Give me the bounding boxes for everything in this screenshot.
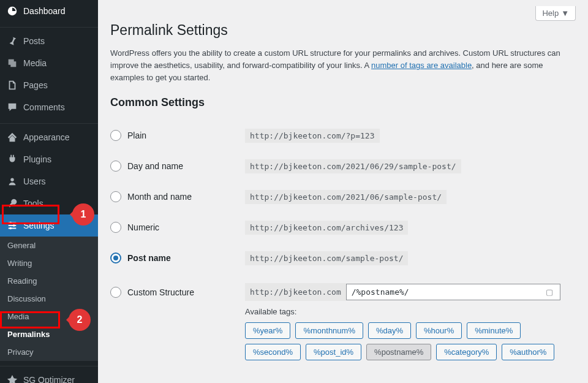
sidebar-item-label: Pages — [23, 80, 48, 90]
sidebar-item-settings[interactable]: Settings — [0, 214, 98, 237]
radio-numeric[interactable] — [110, 222, 121, 233]
available-tags-label: Available tags: — [245, 307, 576, 316]
sidebar-item-comments[interactable]: Comments — [0, 96, 98, 118]
submenu-item-privacy[interactable]: Privacy — [0, 343, 98, 361]
sidebar-item-label: SG Optimizer — [23, 375, 75, 383]
tag-button[interactable]: %minute% — [467, 322, 521, 339]
sidebar-item-label: Posts — [23, 36, 45, 46]
option-row-custom: Custom Structure http://bjkeeton.com ▢ — [110, 273, 576, 311]
sidebar-item-label: Appearance — [23, 132, 70, 142]
sidebar-item-users[interactable]: Users — [0, 170, 98, 192]
sidebar-item-label: Comments — [23, 102, 65, 112]
media-icon — [6, 57, 18, 69]
svg-point-6 — [10, 227, 12, 230]
comments-icon — [6, 101, 18, 113]
menu-separator — [0, 363, 98, 366]
example-code: http://bjkeeton.com/?p=123 — [245, 129, 380, 143]
submenu-item-discussion[interactable]: Discussion — [0, 290, 98, 308]
option-row-post-name: Post name http://bjkeeton.com/sample-pos… — [110, 243, 576, 273]
option-label: Custom Structure — [127, 287, 194, 297]
svg-point-0 — [10, 178, 13, 181]
sidebar-item-appearance[interactable]: Appearance — [0, 126, 98, 148]
option-label: Day and name — [127, 161, 183, 171]
clipboard-icon: ▢ — [546, 287, 553, 297]
sidebar-item-label: Settings — [23, 221, 55, 230]
submenu-item-permalinks[interactable]: Permalinks — [0, 325, 98, 343]
custom-structure-input[interactable] — [346, 284, 560, 300]
tag-button[interactable]: %second% — [245, 344, 301, 360]
tag-button[interactable]: %hour% — [416, 322, 462, 339]
plugins-icon — [6, 153, 18, 165]
help-button[interactable]: Help ▼ — [535, 6, 576, 21]
menu-separator — [0, 25, 98, 28]
intro-text: WordPress offers you the ability to crea… — [110, 47, 576, 84]
sg-icon — [6, 374, 18, 383]
settings-submenu: General Writing Reading Discussion Media… — [0, 237, 98, 361]
sidebar-item-label: Dashboard — [23, 6, 66, 16]
users-icon — [6, 175, 18, 188]
sidebar-item-tools[interactable]: Tools — [0, 192, 98, 214]
sidebar-item-plugins[interactable]: Plugins — [0, 148, 98, 170]
submenu-item-writing[interactable]: Writing — [0, 254, 98, 272]
submenu-item-media[interactable]: Media — [0, 308, 98, 325]
option-row-month-name: Month and name http://bjkeeton.com/2021/… — [110, 181, 576, 212]
tag-button[interactable]: %monthnum% — [295, 322, 363, 339]
sidebar-item-media[interactable]: Media — [0, 52, 98, 74]
settings-icon — [6, 219, 18, 232]
example-code: http://bjkeeton.com/2021/06/sample-post/ — [245, 190, 447, 204]
pages-icon — [6, 79, 18, 91]
example-code: http://bjkeeton.com/archives/123 — [245, 221, 408, 235]
main-content: Help ▼ Permalink Settings WordPress offe… — [98, 0, 588, 383]
svg-point-4 — [10, 222, 12, 224]
tools-icon — [6, 197, 18, 210]
sidebar-item-label: Tools — [23, 199, 43, 208]
sidebar-item-label: Media — [23, 58, 47, 68]
admin-sidebar: Dashboard Posts Media Pages Comments — [0, 0, 98, 383]
example-code: http://bjkeeton.com/2021/06/29/sample-po… — [245, 159, 461, 173]
dashboard-icon — [6, 5, 18, 17]
permalink-options: Plain http://bjkeeton.com/?p=123 Day and… — [110, 120, 576, 360]
option-row-numeric: Numeric http://bjkeeton.com/archives/123 — [110, 212, 576, 243]
sidebar-item-label: Users — [23, 176, 46, 186]
radio-plain[interactable] — [110, 130, 121, 141]
section-heading: Common Settings — [110, 96, 576, 109]
help-label: Help — [542, 9, 559, 18]
tag-button[interactable]: %post_id% — [306, 344, 361, 360]
appearance-icon — [6, 131, 18, 143]
base-url: http://bjkeeton.com — [245, 283, 346, 301]
option-label: Plain — [127, 131, 146, 140]
menu-separator — [0, 121, 98, 124]
sidebar-item-pages[interactable]: Pages — [0, 74, 98, 96]
tag-button[interactable]: %day% — [368, 322, 411, 339]
tags-available-link[interactable]: number of tags are available — [371, 61, 472, 70]
sidebar-item-posts[interactable]: Posts — [0, 30, 98, 52]
submenu-item-reading[interactable]: Reading — [0, 272, 98, 290]
chevron-down-icon: ▼ — [561, 9, 569, 18]
option-row-plain: Plain http://bjkeeton.com/?p=123 — [110, 120, 576, 151]
radio-day-name[interactable] — [110, 161, 121, 172]
svg-point-5 — [13, 224, 15, 227]
radio-post-name[interactable] — [110, 252, 121, 264]
page-title: Permalink Settings — [110, 22, 576, 39]
available-tags: Available tags: %year%%monthnum%%day%%ho… — [245, 307, 576, 360]
radio-custom[interactable] — [110, 287, 121, 298]
sidebar-item-sg-optimizer[interactable]: SG Optimizer — [0, 369, 98, 383]
option-label: Post name — [127, 253, 171, 263]
pin-icon — [6, 35, 18, 47]
option-row-day-name: Day and name http://bjkeeton.com/2021/06… — [110, 151, 576, 181]
radio-month-name[interactable] — [110, 191, 121, 202]
tag-button[interactable]: %postname% — [366, 344, 431, 360]
option-label: Numeric — [127, 222, 159, 232]
tag-button[interactable]: %author% — [502, 344, 554, 360]
sidebar-item-dashboard[interactable]: Dashboard — [0, 0, 98, 22]
sidebar-item-label: Plugins — [23, 154, 51, 164]
example-code: http://bjkeeton.com/sample-post/ — [245, 251, 408, 265]
tag-button[interactable]: %category% — [436, 344, 497, 360]
tag-button[interactable]: %year% — [245, 322, 290, 339]
submenu-item-general[interactable]: General — [0, 237, 98, 254]
option-label: Month and name — [127, 192, 192, 202]
